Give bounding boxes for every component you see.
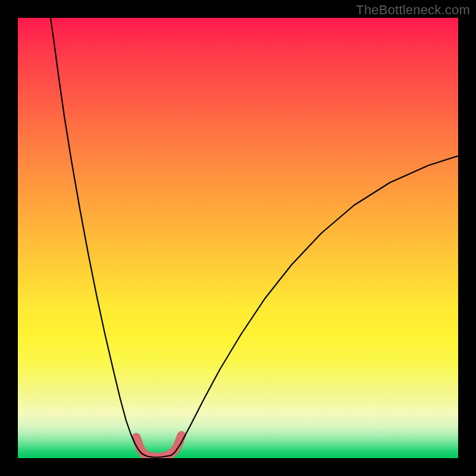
watermark-text: TheBottleneck.com [356, 2, 470, 18]
chart-svg [18, 18, 458, 458]
bottleneck-curve [51, 18, 458, 458]
